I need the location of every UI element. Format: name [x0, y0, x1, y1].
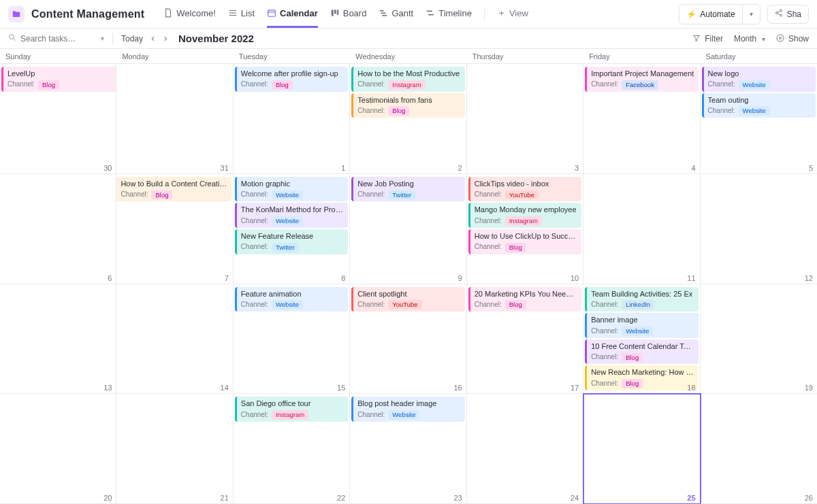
calendar-cell[interactable]: How to Build a Content CreationChannel:B…: [116, 174, 233, 284]
event-meta: Channel:Instagram: [241, 410, 344, 420]
calendar-cell[interactable]: 25: [583, 394, 700, 504]
calendar-cell[interactable]: 20: [0, 394, 116, 504]
event-card[interactable]: Mango Monday new employeeChannel:Instagr…: [468, 203, 581, 228]
calendar-cell[interactable]: 3: [467, 64, 583, 174]
svg-rect-3: [268, 10, 276, 16]
tab-label: Board: [343, 8, 367, 18]
event-card[interactable]: Blog post header imageChannel:Website: [351, 397, 464, 422]
calendar-cell[interactable]: 21: [116, 394, 233, 504]
calendar-cell[interactable]: LevelUpChannel:Blog30: [0, 64, 116, 174]
calendar-cell[interactable]: 12: [701, 174, 817, 284]
event-card[interactable]: Testimonials from fansChannel:Blog: [351, 93, 464, 118]
automate-button[interactable]: ⚡ Automate: [679, 5, 741, 24]
calendar-cell[interactable]: San Diego office tourChannel:Instagram22: [234, 394, 350, 504]
add-view-button[interactable]: ＋ View: [497, 0, 528, 28]
event-card[interactable]: How to Build a Content CreationChannel:B…: [116, 177, 231, 202]
tab-welcome[interactable]: Welcome!: [163, 0, 216, 28]
event-card[interactable]: Motion graphicChannel:Website: [235, 177, 348, 202]
event-card[interactable]: San Diego office tourChannel:Instagram: [235, 397, 348, 422]
event-card[interactable]: The KonMari Method for ProjectChannel:We…: [235, 203, 348, 228]
weekday-label: Sunday: [0, 49, 116, 63]
plus-icon: ＋: [497, 7, 506, 19]
calendar-cell[interactable]: ClickTips video - inboxChannel:YouTubeMa…: [467, 174, 583, 284]
calendar-cell[interactable]: Blog post header imageChannel:Website23: [350, 394, 466, 504]
calendar-cell[interactable]: Welcome after profile sign-upChannel:Blo…: [234, 64, 350, 174]
event-card[interactable]: New Job PostingChannel:Twitter: [351, 177, 464, 202]
event-card[interactable]: 10 Free Content Calendar TempChannel:Blo…: [585, 339, 698, 365]
event-card[interactable]: 20 Marketing KPIs You Need toChannel:Blo…: [468, 287, 581, 312]
automate-dropdown[interactable]: ▾: [742, 5, 760, 24]
event-title: Team outing: [708, 96, 812, 105]
event-meta: Channel:Blog: [357, 106, 460, 116]
tab-list[interactable]: List: [228, 0, 255, 28]
event-card[interactable]: How to Use ClickUp to SucceedChannel:Blo…: [468, 229, 581, 254]
event-card[interactable]: New logoChannel:Website: [702, 67, 816, 92]
calendar-cell[interactable]: 6: [0, 174, 116, 284]
calendar-cell[interactable]: Team Building Activities: 25 ExChannel:L…: [583, 284, 700, 394]
event-title: 20 Marketing KPIs You Need to: [475, 290, 577, 299]
calendar-cell[interactable]: New logoChannel:WebsiteTeam outingChanne…: [701, 64, 817, 174]
channel-tag: Blog: [272, 80, 293, 90]
show-button[interactable]: Show: [776, 34, 809, 44]
event-card[interactable]: How to be the Most ProductiveChannel:Ins…: [351, 67, 464, 92]
channel-prefix: Channel:: [591, 80, 618, 89]
weekday-header: Sunday Monday Tuesday Wednesday Thursday…: [0, 49, 817, 64]
calendar-cell[interactable]: 24: [467, 394, 583, 504]
event-title: How to be the Most Productive: [357, 69, 460, 79]
svg-rect-4: [268, 12, 276, 12]
event-card[interactable]: New Feature ReleaseChannel:Twitter: [235, 229, 348, 254]
event-card[interactable]: ClickTips video - inboxChannel:YouTube: [468, 177, 581, 202]
channel-tag: Website: [272, 190, 303, 200]
search-input-wrap[interactable]: [8, 33, 95, 44]
today-button[interactable]: Today: [121, 34, 143, 44]
search-options-dropdown[interactable]: ▾: [101, 35, 104, 42]
search-input[interactable]: [20, 34, 95, 44]
tab-calendar[interactable]: Calendar: [267, 0, 318, 28]
event-meta: Channel:Website: [357, 410, 460, 420]
event-card[interactable]: Team outingChannel:Website: [702, 93, 816, 118]
event-card[interactable]: Welcome after profile sign-upChannel:Blo…: [235, 67, 348, 92]
day-number: 16: [453, 384, 462, 392]
calendar-cell[interactable]: 11: [583, 174, 700, 284]
next-period-button[interactable]: [162, 33, 169, 45]
channel-tag: Blog: [505, 243, 526, 252]
automate-button-group: ⚡ Automate ▾: [679, 4, 760, 24]
tab-timeline[interactable]: Timeline: [426, 0, 472, 28]
event-title: Testimonials from fans: [357, 96, 460, 105]
filter-button[interactable]: Filter: [692, 34, 723, 44]
svg-rect-12: [428, 14, 434, 16]
svg-rect-6: [334, 10, 336, 14]
calendar-cell[interactable]: 31: [116, 64, 233, 174]
calendar-cell[interactable]: Feature animationChannel:Website15: [234, 284, 350, 394]
day-number: 17: [571, 384, 579, 392]
event-card[interactable]: LevelUpChannel:Blog: [1, 67, 116, 92]
event-card[interactable]: New Reach Marketing: How CliChannel:Blog: [585, 365, 698, 390]
prev-period-button[interactable]: [150, 33, 157, 45]
weekday-label: Wednesday: [350, 49, 466, 63]
month-range-dropdown[interactable]: Month ▾: [734, 34, 765, 44]
event-card[interactable]: Feature animationChannel:Website: [235, 287, 348, 312]
day-number: 22: [337, 494, 345, 502]
calendar-cell[interactable]: Client spotlightChannel:YouTube16: [350, 284, 466, 394]
calendar-cell[interactable]: 26: [701, 394, 817, 504]
calendar-cell[interactable]: New Job PostingChannel:Twitter9: [350, 174, 466, 284]
calendar-cell[interactable]: 19: [701, 284, 817, 394]
page-title: Content Management: [31, 8, 144, 20]
tab-board[interactable]: Board: [330, 0, 367, 28]
calendar-cell[interactable]: 14: [116, 284, 233, 394]
event-card[interactable]: Important Project ManagementChannel:Face…: [585, 67, 698, 92]
channel-prefix: Channel:: [357, 80, 385, 89]
calendar-cell[interactable]: Important Project ManagementChannel:Face…: [583, 64, 700, 174]
share-button[interactable]: Sha: [767, 5, 809, 24]
calendar-cell[interactable]: 13: [0, 284, 116, 394]
tab-gantt[interactable]: Gantt: [379, 0, 413, 28]
calendar-cell[interactable]: How to be the Most ProductiveChannel:Ins…: [350, 64, 466, 174]
automate-label: Automate: [700, 10, 735, 19]
svg-rect-8: [380, 10, 384, 12]
calendar-cell[interactable]: Motion graphicChannel:WebsiteThe KonMari…: [234, 174, 350, 284]
event-card[interactable]: Client spotlightChannel:YouTube: [351, 287, 464, 312]
calendar-cell[interactable]: 20 Marketing KPIs You Need toChannel:Blo…: [467, 284, 583, 394]
event-card[interactable]: Team Building Activities: 25 ExChannel:L…: [585, 287, 698, 312]
event-card[interactable]: Banner imageChannel:Website: [585, 313, 698, 338]
event-title: How to Use ClickUp to Succeed: [475, 232, 577, 241]
